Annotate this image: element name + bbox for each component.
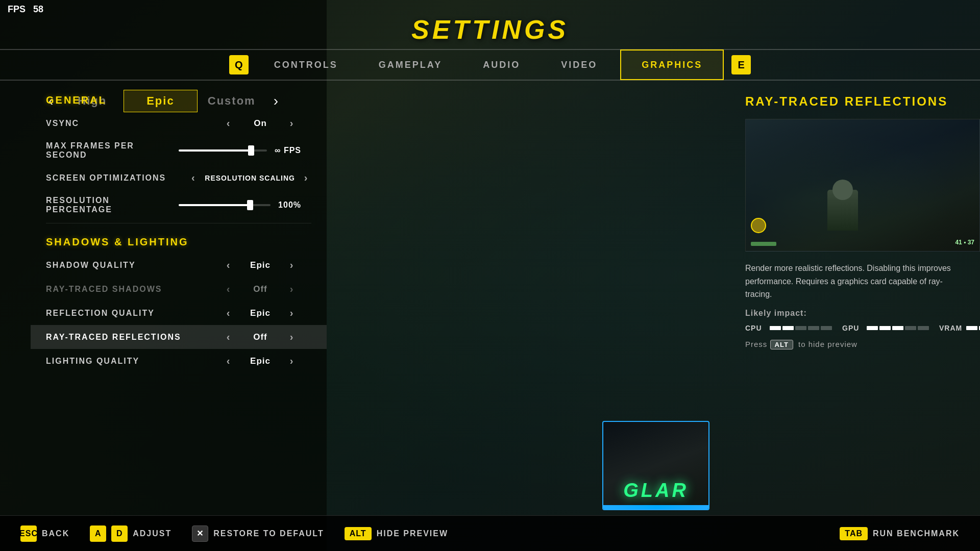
reflection-quality-prev[interactable]: ‹ [224, 307, 234, 319]
shadows-header: SHADOWS & LIGHTING [31, 226, 327, 253]
setting-max-fps: MAX FRAMES PER SECOND ∞ FPS [31, 135, 327, 166]
rt-shadows-control: ‹ Off › [209, 283, 311, 295]
max-fps-track[interactable] [179, 149, 267, 152]
fps-counter: FPS 58 [8, 4, 43, 15]
general-header: GENERAL [31, 84, 327, 111]
likely-impact-label: Likely impact: [745, 309, 965, 318]
mini-preview-inner: GLAR [603, 422, 708, 509]
back-label: BACK [42, 529, 69, 538]
setting-res-pct: RESOLUTION PERCENTAGE 100% [31, 190, 327, 220]
vsync-control: ‹ On › [209, 117, 311, 129]
res-pct-label: RESOLUTION PERCENTAGE [46, 196, 168, 214]
tab-key: TAB [840, 527, 868, 540]
gpu-seg-4 [905, 326, 916, 330]
settings-inner: GENERAL VSYNC ‹ On › MAX FRAMES PER SECO… [31, 84, 327, 373]
setting-shadow-quality: SHADOW QUALITY ‹ Epic › [31, 253, 327, 277]
gpu-label: GPU [842, 324, 863, 332]
lighting-quality-value: Epic [240, 356, 281, 366]
preview-title: RAY-TRACED REFLECTIONS [745, 94, 965, 109]
impact-gpu: GPU [842, 324, 929, 332]
preview-image: 41 ▪ 37 [745, 119, 980, 252]
tab-audio[interactable]: AUDIO [462, 49, 541, 80]
nav-tabs: Q CONTROLS GAMEPLAY AUDIO VIDEO GRAPHICS… [0, 50, 980, 81]
lighting-quality-next[interactable]: › [287, 355, 297, 367]
adjust-label: ADJUST [133, 529, 172, 538]
vsync-value: On [240, 118, 281, 129]
rt-reflections-next[interactable]: › [287, 331, 297, 343]
rt-shadows-label: RAY-TRACED SHADOWS [46, 285, 209, 294]
impact-cpu: CPU [745, 324, 832, 332]
max-fps-thumb[interactable] [248, 145, 254, 156]
cpu-seg-4 [808, 326, 819, 330]
res-pct-thumb[interactable] [247, 200, 253, 210]
setting-rt-shadows: RAY-TRACED SHADOWS ‹ Off › [31, 277, 327, 301]
max-fps-slider-container: ∞ FPS [168, 146, 311, 155]
reflection-quality-next[interactable]: › [287, 307, 297, 319]
action-benchmark[interactable]: TAB RUN BENCHMARK [840, 527, 960, 540]
hud-health-bar [751, 242, 776, 246]
preview-description: Render more realistic reflections. Disab… [745, 262, 965, 301]
action-hide-preview: ALT HIDE PREVIEW [345, 527, 448, 540]
fps-value: 58 [33, 4, 43, 15]
vram-label: VRAM [939, 324, 962, 332]
impact-vram: VRAM [939, 324, 980, 332]
action-restore: ✕ RESTORE TO DEFAULT [192, 525, 324, 542]
shadow-quality-label: SHADOW QUALITY [46, 261, 209, 270]
shadow-quality-value: Epic [240, 260, 281, 270]
vsync-prev[interactable]: ‹ [224, 117, 234, 129]
nav-left-key[interactable]: Q [229, 55, 249, 74]
cpu-seg-5 [821, 326, 832, 330]
mini-preview-widget: GLAR [602, 421, 709, 510]
max-fps-value: ∞ FPS [275, 146, 301, 155]
rt-shadows-value: Off [240, 284, 281, 294]
nav-right-key[interactable]: E [731, 55, 751, 74]
right-preview-panel: RAY-TRACED REFLECTIONS 41 ▪ 37 Render mo… [730, 84, 980, 360]
gpu-seg-2 [879, 326, 891, 330]
rt-reflections-label: RAY-TRACED REFLECTIONS [46, 333, 209, 342]
a-key: A [90, 525, 106, 542]
settings-container: GENERAL VSYNC ‹ On › MAX FRAMES PER SECO… [31, 84, 327, 515]
max-fps-label: MAX FRAMES PER SECOND [46, 141, 168, 160]
tab-gameplay[interactable]: GAMEPLAY [358, 49, 462, 80]
gpu-seg-3 [892, 326, 903, 330]
action-adjust: A D ADJUST [90, 525, 172, 542]
action-back: ESC BACK [20, 525, 69, 542]
lighting-quality-prev[interactable]: ‹ [224, 355, 234, 367]
setting-rt-reflections[interactable]: RAY-TRACED REFLECTIONS ‹ Off › [31, 325, 327, 349]
gpu-seg-1 [867, 326, 878, 330]
tab-video[interactable]: VIDEO [541, 49, 618, 80]
mini-preview-border [603, 505, 708, 509]
cpu-label: CPU [745, 324, 766, 332]
res-pct-value: 100% [278, 201, 301, 210]
shadow-quality-prev[interactable]: ‹ [224, 259, 234, 271]
shadow-quality-next[interactable]: › [287, 259, 297, 271]
lighting-quality-label: LIGHTING QUALITY [46, 357, 209, 366]
gpu-seg-5 [918, 326, 929, 330]
vram-segments [966, 326, 980, 330]
tab-controls[interactable]: CONTROLS [254, 49, 358, 80]
shadow-quality-control: ‹ Epic › [209, 259, 311, 271]
lighting-quality-control: ‹ Epic › [209, 355, 311, 367]
gpu-segments [867, 326, 929, 330]
screen-opt-prev[interactable]: ‹ [188, 172, 199, 184]
preview-character [827, 190, 858, 231]
rt-reflections-prev[interactable]: ‹ [224, 331, 234, 343]
cpu-seg-3 [795, 326, 806, 330]
rt-reflections-value: Off [240, 332, 281, 342]
main-content: FPS 58 SETTINGS Q CONTROLS GAMEPLAY AUDI… [0, 0, 980, 551]
reflection-quality-value: Epic [240, 308, 281, 318]
preview-icon [751, 218, 766, 233]
screen-opt-control: ‹ RESOLUTION SCALING › [188, 172, 311, 184]
tab-graphics[interactable]: GRAPHICS [620, 49, 724, 80]
hide-preview-label: HIDE PREVIEW [377, 529, 448, 538]
reflection-quality-control: ‹ Epic › [209, 307, 311, 319]
mini-preview-text: GLAR [623, 480, 689, 502]
vsync-next[interactable]: › [287, 117, 297, 129]
alt-hint-text: to hide preview [798, 340, 857, 348]
screen-opt-value: RESOLUTION SCALING [205, 174, 295, 182]
setting-screen-opt: SCREEN OPTIMIZATIONS ‹ RESOLUTION SCALIN… [31, 166, 327, 190]
preview-hud-right: 41 ▪ 37 [955, 239, 974, 246]
screen-opt-next[interactable]: › [301, 172, 311, 184]
res-pct-track[interactable] [179, 204, 271, 206]
benchmark-label: RUN BENCHMARK [873, 529, 960, 538]
